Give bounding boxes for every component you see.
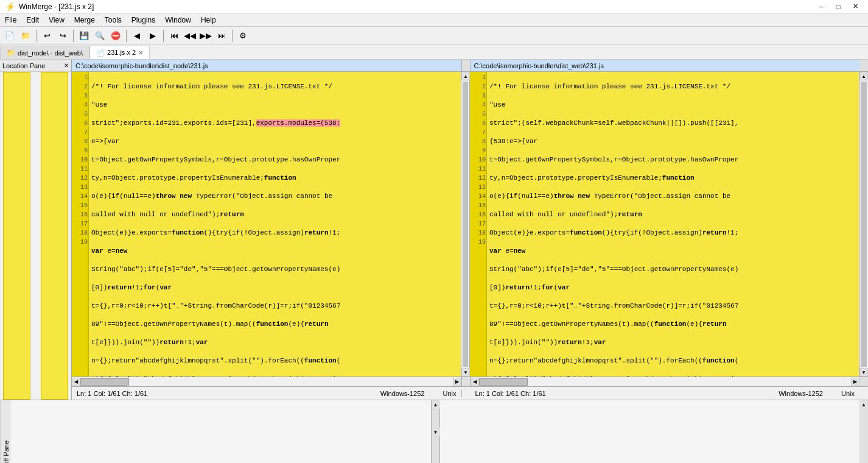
tb-prev-diff[interactable]: ◀◀	[183, 29, 197, 43]
tab-file-compare[interactable]: 📄 231.js x 2 ✕	[89, 46, 150, 59]
left-code-line-14: 89"!==Object.getOwnPropertyNames(t).map(…	[91, 320, 458, 329]
lower-left-vscroll[interactable]: ▲ ▼	[432, 400, 440, 463]
left-position: Ln: 1 Col: 1/61 Ch: 1/61	[77, 390, 147, 397]
tb-undo[interactable]: ↩	[40, 29, 54, 43]
app-icon: ⚡	[5, 2, 15, 12]
tb-save[interactable]: 💾	[77, 29, 91, 43]
menu-edit[interactable]: Edit	[21, 15, 44, 26]
left-code-line-13: t={},r=0;r<10;r++)t["_"+String.fromCharC…	[91, 302, 458, 311]
left-code-line-2: "use	[91, 101, 458, 110]
right-code-pane[interactable]: 12345 678910 1112131415 16171819 /*! For…	[470, 72, 859, 376]
left-hscroll-track	[80, 378, 453, 386]
tb-sep1	[36, 30, 37, 42]
minimize-button[interactable]: ─	[813, 1, 829, 12]
tb-options[interactable]: ⚙	[236, 29, 250, 43]
left-hscroll-thumb[interactable]	[80, 378, 129, 386]
title-bar: ⚡ WinMerge - [231.js x 2] ─ □ ✕	[0, 0, 868, 13]
tb-last-diff[interactable]: ⏭	[214, 29, 229, 43]
tb-stop[interactable]: ⛔	[108, 29, 123, 43]
right-hscroll[interactable]: ◀ ▶	[471, 377, 860, 386]
hscroll-area: ◀ ▶ ◀ ▶	[72, 376, 868, 386]
left-code-line-1: /*! For license information please see 2…	[91, 82, 458, 91]
tabs-bar: 📁 dist_node\ - dist_web\ 📄 231.js x 2 ✕	[0, 45, 868, 60]
status-bars: Ln: 1 Col: 1/61 Ch: 1/61 Windows-1252 Un…	[72, 386, 868, 400]
left-vscroll[interactable]: ▲ ▼	[461, 72, 470, 376]
maximize-button[interactable]: □	[830, 1, 846, 12]
tb-new[interactable]: 📄	[2, 29, 17, 43]
tab-close-button[interactable]: ✕	[138, 49, 143, 56]
tb-copy-left[interactable]: ◀	[130, 29, 144, 43]
right-code-line-8: called with null or undefined");return	[489, 210, 856, 219]
left-code-content[interactable]: /*! For license information please see 2…	[89, 72, 461, 376]
left-hscroll-left[interactable]: ◀	[72, 378, 80, 386]
menu-help[interactable]: Help	[196, 15, 221, 26]
right-code-line-9: Object(e)}e.exports=function(){try{if(!O…	[489, 228, 856, 238]
menu-view[interactable]: View	[44, 15, 69, 26]
left-hscroll[interactable]: ◀ ▶	[72, 377, 462, 386]
menu-tools[interactable]: Tools	[100, 15, 127, 26]
tb-compare[interactable]: 🔍	[93, 29, 107, 43]
menu-file[interactable]: File	[0, 15, 21, 26]
tab-folder-compare[interactable]: 📁 dist_node\ - dist_web\	[0, 46, 89, 59]
location-diff-right	[41, 72, 68, 400]
right-vscroll[interactable]: ▲ ▼	[859, 72, 868, 376]
right-code-line-5: t=Object.getOwnPropertySymbols,r=Object.…	[489, 155, 856, 164]
left-code-line-9: Object(e)}e.exports=function(){try{if(!O…	[91, 228, 458, 238]
right-vscroll-up[interactable]: ▲	[859, 72, 868, 80]
left-code-line-5: t=Object.getOwnPropertySymbols,r=Object.…	[91, 155, 458, 164]
right-hscroll-left[interactable]: ◀	[471, 378, 479, 386]
code-diff-area: 12345 678910 1112131415 16171819 /*! For…	[72, 72, 868, 376]
left-code-line-8: called with null or undefined");return	[91, 210, 458, 219]
left-hscroll-right[interactable]: ▶	[453, 378, 461, 386]
lower-code-area: ▲ ▼ ▲	[11, 400, 868, 463]
left-encoding: Windows-1252	[380, 390, 425, 397]
lower-right-pane	[440, 400, 860, 463]
right-hscroll-right[interactable]: ▶	[851, 378, 859, 386]
right-vscroll-header	[859, 60, 868, 71]
diff-area: C:\code\isomorphic-bundler\dist_node\231…	[72, 60, 868, 400]
menu-bar: File Edit View Merge Tools Plugins Windo…	[0, 13, 868, 27]
lower-right-vscroll[interactable]: ▲	[859, 400, 868, 463]
right-code-line-16: n={};return"abcdefghijklmnopqrst".split(…	[489, 356, 856, 366]
left-vscroll-thumb[interactable]	[463, 82, 468, 367]
menu-merge[interactable]: Merge	[69, 15, 100, 26]
tb-first-diff[interactable]: ⏮	[167, 29, 181, 43]
tab-folder-label: dist_node\ - dist_web\	[18, 49, 83, 57]
close-button[interactable]: ✕	[847, 1, 863, 12]
right-vscroll-down[interactable]: ▼	[859, 368, 868, 376]
tab-file-icon: 📄	[96, 49, 105, 57]
tb-copy-right[interactable]: ▶	[145, 29, 160, 43]
location-pane-close[interactable]: ✕	[64, 62, 69, 69]
left-file-path: C:\code\isomorphic-bundler\dist_node\231…	[72, 60, 462, 71]
left-vscroll-down[interactable]: ▼	[461, 368, 470, 376]
right-vscroll-thumb[interactable]	[861, 82, 867, 367]
right-code-line-15: t[e]})).join(""))return!1;var	[489, 338, 856, 347]
right-encoding: Windows-1252	[779, 390, 823, 397]
diff-pane-label: Diff Pane	[0, 400, 11, 463]
right-code-line-7: o(e){if(null==e)throw new TypeError("Obj…	[489, 192, 856, 201]
left-vscroll-up[interactable]: ▲	[461, 72, 470, 80]
menu-plugins[interactable]: Plugins	[127, 15, 160, 26]
left-code-line-3: strict";exports.id=231,exports.ids=[231]…	[91, 119, 458, 128]
left-code-line-10: var e=new	[91, 247, 458, 256]
tb-open[interactable]: 📁	[18, 29, 33, 43]
tb-redo[interactable]: ↪	[55, 29, 70, 43]
left-vscroll-header	[462, 60, 471, 71]
left-line-numbers: 12345 678910 1112131415 16171819	[72, 72, 89, 376]
right-hscroll-thumb[interactable]	[479, 378, 528, 386]
left-code-pane[interactable]: 12345 678910 1112131415 16171819 /*! For…	[72, 72, 461, 376]
tb-next-diff[interactable]: ▶▶	[198, 29, 213, 43]
left-code-line-12: [0])return!1;for(var	[91, 283, 458, 292]
menu-window[interactable]: Window	[160, 15, 196, 26]
right-code-content[interactable]: /*! For license information please see 2…	[487, 72, 859, 376]
hscroll-corner-left	[462, 377, 471, 386]
right-code-line-12: [0])return!1;for(var	[489, 283, 856, 292]
tb-sep3	[126, 30, 127, 42]
left-code-line-15: t[e]})).join(""))return!1;var	[91, 338, 458, 347]
right-eol: Unix	[841, 390, 855, 397]
tb-sep2	[73, 30, 74, 42]
right-position: Ln: 1 Col: 1/61 Ch: 1/61	[475, 390, 546, 397]
right-code-line-6: ty,n=Object.prototype.propertyIsEnumerab…	[489, 174, 856, 183]
left-code-line-16: n={};return"abcdefghijklmnopqrst".split(…	[91, 356, 458, 366]
left-eol: Unix	[443, 390, 456, 397]
